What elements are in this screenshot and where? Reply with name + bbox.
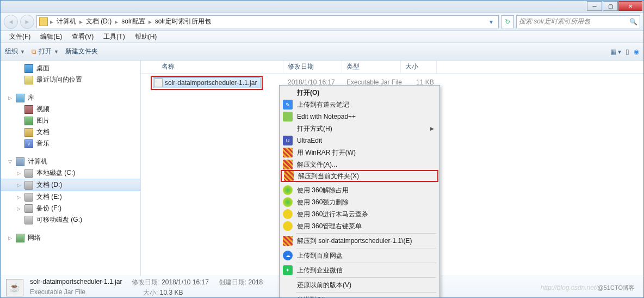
sidebar-item-disk-c[interactable]: ▷本地磁盘 (C:) [1,167,140,179]
col-type[interactable]: 类型 [342,60,401,73]
sidebar-item-disk-d[interactable]: ▷文档 (D:) [1,179,140,191]
ctx-wework[interactable]: ✦上传到企业微信 [281,264,438,276]
ctx-extract-to[interactable]: 解压到 solr-dataimportscheduler-1.1\(E) [281,235,438,247]
sidebar: 桌面 最近访问的位置 ▷库 视频 图片 文档 ♪音乐 ▽计算机 ▷本地磁盘 (C… [1,60,141,276]
sidebar-item-computer[interactable]: ▽计算机 [1,156,140,167]
ctx-baidu[interactable]: ☁上传到百度网盘 [281,250,438,261]
details-filename: solr-dataimportscheduler-1.1.jar [30,278,122,287]
bc-computer[interactable]: 计算机 [53,17,79,26]
sidebar-item-recent[interactable]: 最近访问的位置 [1,74,140,86]
jar-icon [154,78,163,87]
close-button[interactable]: ✕ [618,1,642,11]
ctx-youdao[interactable]: ✎上传到有道云笔记 [281,99,438,111]
ctx-open-with[interactable]: 打开方式(H)▶ [281,123,438,135]
ctx-360-force-del[interactable]: 使用 360强力删除 [281,196,438,208]
ctx-restore[interactable]: 还原以前的版本(V) [281,279,438,291]
context-menu: 打开(O) ✎上传到有道云笔记 Edit with Notepad++ 打开方式… [279,85,440,298]
details-file-icon: ☕ [6,279,23,296]
col-name[interactable]: 名称 [157,60,283,73]
view-mode-icon[interactable]: ▦ ▾ [610,48,621,56]
new-folder-button[interactable]: 新建文件夹 [65,47,98,56]
search-icon: 🔍 [629,18,637,26]
ctx-360-trojan[interactable]: 使用 360进行木马云查杀 [281,208,438,220]
col-size[interactable]: 大小 [401,60,437,73]
organize-button[interactable]: 组织 ▼ [5,47,25,56]
ctx-extract-here[interactable]: 解压到当前文件夹(X) [281,170,438,182]
sidebar-item-music[interactable]: ♪音乐 [1,138,140,149]
sidebar-item-desktop[interactable]: 桌面 [1,63,140,74]
ctx-winrar-open[interactable]: 用 WinRAR 打开(W) [281,147,438,159]
folder-icon [39,17,48,26]
sidebar-item-disk-e[interactable]: ▷文档 (E:) [1,191,140,203]
ctx-360-clear[interactable]: 使用 360解除占用 [281,184,438,196]
menubar: 文件(F) 编辑(E) 查看(V) 工具(T) 帮助(H) [1,31,643,43]
back-button[interactable]: ◄ [4,15,18,29]
ctx-open[interactable]: 打开(O) [281,87,438,99]
refresh-button[interactable]: ↻ [501,15,514,28]
maximize-button[interactable]: ▢ [603,1,618,11]
sidebar-item-pictures[interactable]: 图片 [1,115,140,126]
menu-edit[interactable]: 编辑(E) [36,31,66,42]
col-date[interactable]: 修改日期 [283,60,342,73]
sidebar-item-network[interactable]: ▷网络 [1,232,140,244]
minimize-button[interactable]: ─ [587,1,602,11]
sidebar-item-library[interactable]: ▷库 [1,92,140,104]
sidebar-item-disk-g[interactable]: 可移动磁盘 (G:) [1,214,140,226]
breadcrumb[interactable]: ▸ 计算机▸ 文档 (D:)▸ solr配置▸ solr定时索引所用包 ▾ [36,15,499,28]
bc-folder1[interactable]: solr配置 [118,17,148,26]
open-button[interactable]: ⧉ 打开 ▼ [32,47,59,56]
menu-view[interactable]: 查看(V) [67,31,98,42]
sidebar-item-documents[interactable]: 文档 [1,126,140,138]
column-headers: 名称 修改日期 类型 大小 [141,60,643,74]
search-input[interactable]: 搜索 solr定时索引所用包 🔍 [516,15,640,28]
details-filetype: Executable Jar File [30,288,85,297]
ctx-ultraedit[interactable]: UUltraEdit [281,135,438,147]
menu-file[interactable]: 文件(F) [5,31,35,42]
menu-help[interactable]: 帮助(H) [131,31,162,42]
preview-pane-icon[interactable]: ▯ [626,48,629,56]
breadcrumb-dropdown-icon[interactable]: ▾ [486,18,496,26]
ctx-send-to[interactable]: 发送到(N)▶ [281,294,438,298]
search-placeholder: 搜索 solr定时索引所用包 [519,17,590,26]
ctx-extract-files[interactable]: 解压文件(A)... [281,159,438,171]
help-icon[interactable]: ◉ [634,48,639,56]
file-name: solr-dataimportscheduler-1.1.jar [165,79,257,87]
forward-button[interactable]: ► [20,15,34,29]
ctx-notepad[interactable]: Edit with Notepad++ [281,111,438,123]
menu-tools[interactable]: 工具(T) [99,31,129,42]
toolbar: 组织 ▼ ⧉ 打开 ▼ 新建文件夹 ▦ ▾ ▯ ◉ [1,43,643,60]
titlebar: ─ ▢ ✕ [1,1,643,13]
bc-drive[interactable]: 文档 (D:) [83,17,115,26]
sidebar-item-video[interactable]: 视频 [1,104,140,115]
bc-folder2[interactable]: solr定时索引所用包 [152,17,214,26]
ctx-360-menu[interactable]: 使用 360管理右键菜单 [281,220,438,232]
sidebar-item-disk-f[interactable]: ▷备份 (F:) [1,203,140,214]
